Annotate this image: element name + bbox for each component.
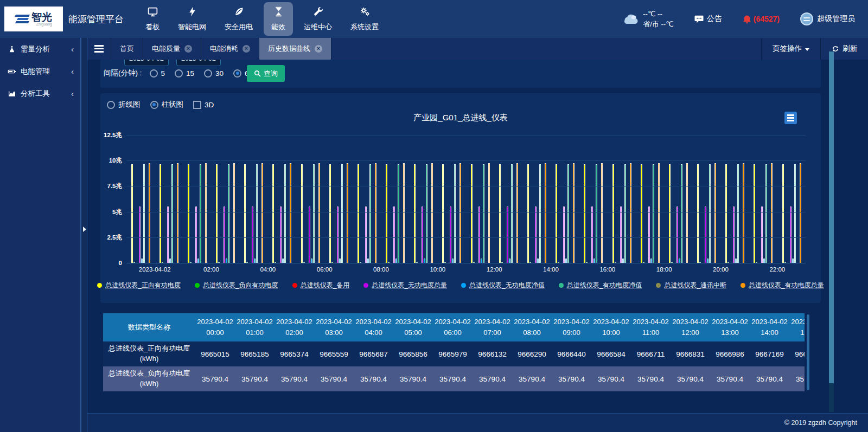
bar-group[interactable] [636,135,664,263]
table-cell: 35790.4 [512,366,552,391]
table-cell: 35790.4 [750,366,789,391]
notice-button[interactable]: 公告 [694,14,722,24]
interval-label: 间隔(分钟) : [104,68,142,78]
legend-item-总进线仪表_有功电度总量[interactable]: 总进线仪表_有功电度总量 [741,281,824,290]
legend-dot-icon [559,283,564,288]
nav-item-运维中心[interactable]: 运维中心 [296,2,340,36]
nav-item-看板[interactable]: 看板 [138,2,167,36]
sidebar-item-需量分析[interactable]: 需量分析‹ [0,38,80,60]
table-cell: 9666440 [552,341,591,366]
bar-group[interactable] [749,135,777,263]
bar [252,207,253,263]
tab-历史数据曲线[interactable]: 历史数据曲线× [259,38,331,60]
alert-button[interactable]: (64527) [743,15,780,24]
gears-icon [359,6,371,20]
bar-group[interactable] [777,135,806,263]
bar-group[interactable] [721,135,749,263]
tab-label: 历史数据曲线 [268,44,310,54]
chart-3d-checkbox[interactable]: 3D [193,101,214,109]
bar-group[interactable] [466,135,494,263]
user-menu[interactable]: 超级管理员 [800,12,855,25]
end-date-input[interactable] [176,60,221,66]
legend-item-总进线仪表_正向有功电度[interactable]: 总进线仪表_正向有功电度 [97,281,181,290]
bar-group[interactable] [381,135,410,263]
leaf-icon [233,6,245,20]
refresh-button[interactable]: 刷新 [820,38,868,60]
bar [442,164,444,263]
search-button[interactable]: 查询 [247,65,285,82]
bar-group[interactable] [692,135,720,263]
bar-group[interactable] [608,135,636,263]
chart-export-menu-button[interactable] [784,112,797,124]
sidebar-collapse-handle[interactable] [80,38,87,432]
bar [244,164,246,263]
bar [205,163,207,263]
table-cell: 9665559 [314,341,354,366]
y-axis-tick: 7.5兆 [107,182,123,190]
page-scrollbar[interactable] [829,51,834,412]
legend-item-总进线仪表_负向有功电度[interactable]: 总进线仪表_负向有功电度 [195,281,278,290]
footer: © 2019 zgzdh Copyright [87,413,868,432]
bar [478,207,480,263]
nav-item-label: 智能电网 [178,22,206,32]
legend-item-总进线仪表_通讯中断[interactable]: 总进线仪表_通讯中断 [656,281,726,290]
sidebar-item-电能管理[interactable]: 电能管理‹ [0,60,80,82]
tab-close-icon[interactable]: × [184,45,192,53]
bar-group[interactable] [522,135,551,263]
tab-电能消耗[interactable]: 电能消耗× [201,38,259,60]
tab-close-icon[interactable]: × [315,45,322,53]
interval-radio-15[interactable]: 15 [175,69,194,78]
bar [584,164,585,263]
table-cell: 9665374 [275,341,314,366]
chart-type-radio-柱状图[interactable]: 柱状图 [150,100,184,109]
bar-group[interactable] [410,135,438,263]
bar-group[interactable] [126,135,155,263]
menu-toggle-button[interactable] [87,38,111,60]
bar [131,164,133,263]
bar-group[interactable] [296,135,324,263]
sidebar-item-分析工具[interactable]: 分析工具‹ [0,82,80,105]
legend-item-总进线仪表_备用[interactable]: 总进线仪表_备用 [292,281,350,290]
bar-group[interactable] [353,135,381,263]
interval-radio-5[interactable]: 5 [150,69,165,78]
tab-operations-button[interactable]: 页签操作 [761,38,820,60]
interval-radio-30[interactable]: 30 [204,69,224,78]
legend-dot-icon [461,283,466,288]
bar [224,207,225,263]
bar [537,259,539,263]
x-axis-tick: 08:00 [373,266,389,273]
bar-group[interactable] [183,135,211,263]
nav-item-能效[interactable]: 能效 [264,2,293,36]
bar-group[interactable] [579,135,608,263]
bar-group[interactable] [155,135,183,263]
nav-item-安全用电[interactable]: 安全用电 [217,2,260,36]
table-cell: 35790.4 [473,366,512,391]
table-cell: 9666831 [671,341,710,366]
bar [403,163,405,263]
nav-item-系统设置[interactable]: 系统设置 [343,2,386,36]
legend-item-总进线仪表_无功电度总量[interactable]: 总进线仪表_无功电度总量 [363,281,447,290]
bar-group[interactable] [664,135,692,263]
nav-item-智能电网[interactable]: 智能电网 [170,2,214,36]
chart-type-radio-折线图[interactable]: 折线图 [107,100,141,109]
legend-item-总进线仪表_无功电度净值[interactable]: 总进线仪表_无功电度净值 [461,281,545,290]
bar-group[interactable] [268,135,296,263]
bar-group[interactable] [324,135,353,263]
bar-group[interactable] [212,135,240,263]
bar-group[interactable] [240,135,268,263]
top-navbar: 智光 Zhiguang 能源管理平台 看板智能电网安全用电能效运维中心系统设置 … [0,0,868,38]
tab-首页[interactable]: 首页 [111,38,143,60]
table-scrollbar[interactable] [807,314,809,390]
tab-close-icon[interactable]: × [242,45,250,53]
table-cell: 35790.4 [631,366,671,391]
bar-group[interactable] [494,135,522,263]
page-scrollbar-thumb[interactable] [829,51,834,383]
tab-电能质量[interactable]: 电能质量× [143,38,201,60]
bar-group[interactable] [551,135,579,263]
chevron-left-icon: ‹ [71,89,74,98]
start-date-input[interactable] [124,60,169,66]
legend-item-总进线仪表_有功电度净值[interactable]: 总进线仪表_有功电度净值 [559,281,642,290]
app-title: 能源管理平台 [68,13,124,25]
bar-group[interactable] [438,135,466,263]
bar [697,164,699,263]
